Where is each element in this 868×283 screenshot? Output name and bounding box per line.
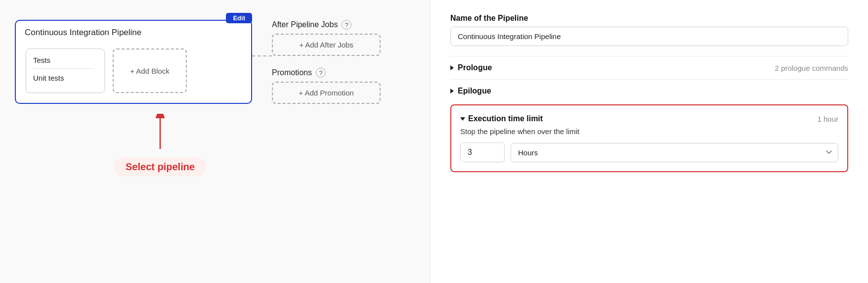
pipeline-block: Edit Continuous Integration Pipeline Tes…: [15, 20, 252, 104]
connector: [252, 20, 272, 56]
execution-current-value: 1 hour: [817, 115, 838, 123]
pipeline-name-input[interactable]: [450, 27, 848, 46]
unit-tests-label: Unit tests: [33, 74, 94, 82]
left-panel: Edit Continuous Integration Pipeline Tes…: [0, 0, 430, 283]
annotation-area: Select pipeline: [114, 114, 207, 177]
execution-description: Stop the pipeline when over the limit: [460, 127, 838, 136]
select-pipeline-label: Select pipeline: [114, 157, 207, 177]
promotions-help-icon[interactable]: ?: [316, 68, 326, 78]
after-jobs-section: After Pipeline Jobs ? + Add After Jobs: [272, 20, 381, 56]
tests-label: Tests: [33, 56, 94, 69]
side-panel: After Pipeline Jobs ? + Add After Jobs P…: [272, 20, 381, 104]
right-panel: Name of the Pipeline Prologue 2 prologue…: [430, 0, 868, 283]
execution-expand-icon: [460, 117, 465, 121]
epilogue-title[interactable]: Epilogue: [450, 87, 491, 95]
execution-time-number-input[interactable]: [460, 142, 505, 162]
promotions-label: Promotions: [272, 68, 312, 77]
prologue-expand-icon: [450, 65, 454, 70]
edit-badge[interactable]: Edit: [226, 13, 252, 23]
arrow-icon: [145, 114, 175, 153]
prologue-title[interactable]: Prologue: [450, 63, 492, 72]
execution-inputs: Minutes Hours Days: [460, 142, 838, 162]
after-jobs-help-icon[interactable]: ?: [342, 20, 351, 30]
execution-title: Execution time limit: [460, 114, 543, 123]
dashed-line: [252, 55, 272, 56]
pipeline-canvas: Edit Continuous Integration Pipeline Tes…: [15, 20, 415, 104]
execution-header: Execution time limit 1 hour: [460, 114, 838, 123]
add-block-button[interactable]: + Add Block: [113, 48, 187, 93]
name-field-label: Name of the Pipeline: [450, 14, 848, 23]
epilogue-expand-icon: [450, 89, 454, 94]
after-jobs-header: After Pipeline Jobs ?: [272, 20, 381, 30]
prologue-commands-count: 2 prologue commands: [775, 64, 848, 72]
execution-time-box: Execution time limit 1 hour Stop the pip…: [450, 104, 848, 172]
pipeline-inner: Tests Unit tests + Add Block: [26, 48, 187, 93]
after-jobs-label: After Pipeline Jobs: [272, 20, 338, 29]
epilogue-row: Epilogue: [450, 79, 848, 102]
prologue-row: Prologue 2 prologue commands: [450, 56, 848, 79]
execution-time-unit-select[interactable]: Minutes Hours Days: [511, 143, 838, 162]
pipeline-title: Continuous Integration Pipeline: [25, 28, 141, 38]
add-promotion-button[interactable]: + Add Promotion: [272, 82, 381, 104]
add-after-jobs-button[interactable]: + Add After Jobs: [272, 34, 381, 56]
tests-block[interactable]: Tests Unit tests: [26, 48, 105, 93]
promotions-section: Promotions ? + Add Promotion: [272, 68, 381, 104]
promotions-header: Promotions ?: [272, 68, 381, 78]
